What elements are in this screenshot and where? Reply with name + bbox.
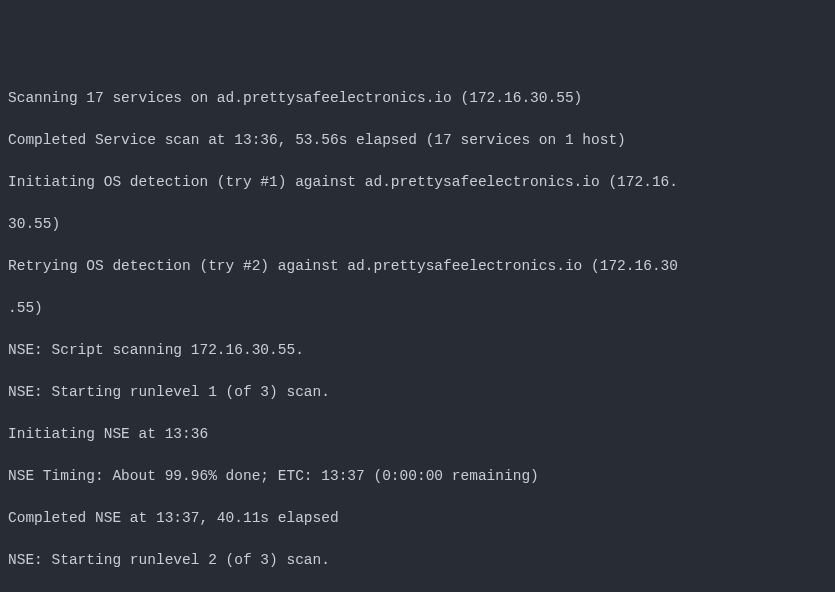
nse-runlevel1-start-line: NSE: Starting runlevel 1 (of 3) scan. — [8, 382, 827, 403]
nse-init1-line: Initiating NSE at 13:36 — [8, 424, 827, 445]
scan-status-line: Scanning 17 services on ad.prettysafeele… — [8, 88, 827, 109]
os-detection-try1-cont-line: 30.55) — [8, 214, 827, 235]
nse-complete1-line: Completed NSE at 13:37, 40.11s elapsed — [8, 508, 827, 529]
os-detection-try2-line: Retrying OS detection (try #2) against a… — [8, 256, 827, 277]
nse-runlevel2-start-line: NSE: Starting runlevel 2 (of 3) scan. — [8, 550, 827, 571]
os-detection-try1-line: Initiating OS detection (try #1) against… — [8, 172, 827, 193]
service-scan-complete-line: Completed Service scan at 13:36, 53.56s … — [8, 130, 827, 151]
os-detection-try2-cont-line: .55) — [8, 298, 827, 319]
nse-script-scanning-line: NSE: Script scanning 172.16.30.55. — [8, 340, 827, 361]
nse-timing-line: NSE Timing: About 99.96% done; ETC: 13:3… — [8, 466, 827, 487]
